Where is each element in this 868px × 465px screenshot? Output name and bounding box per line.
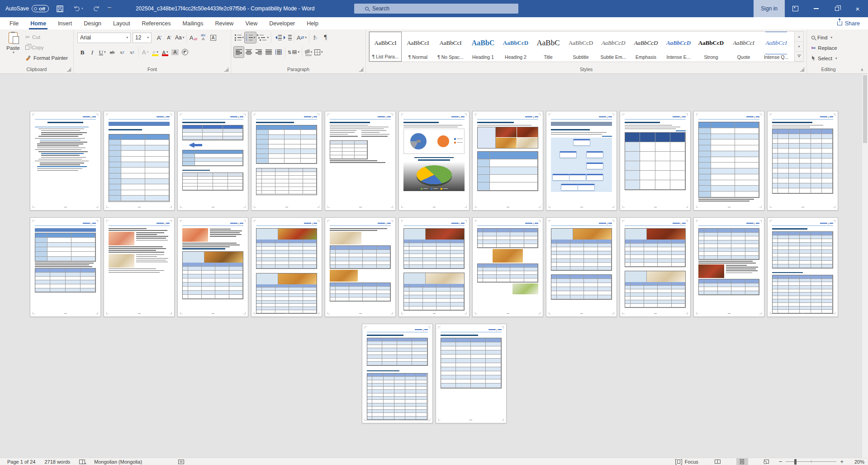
cut-button[interactable]: ✂Cut [25,33,68,41]
decrease-indent-button[interactable] [273,32,283,43]
print-layout-button[interactable] [736,458,748,465]
copy-button[interactable]: Copy [25,43,68,52]
superscript-button[interactable]: x2 [127,47,137,58]
tab-review[interactable]: Review [209,17,239,29]
focus-label[interactable]: Focus [685,459,698,465]
read-mode-button[interactable] [712,458,724,465]
subscript-button[interactable]: x2 [117,47,127,58]
save-button[interactable] [53,2,67,15]
align-right-button[interactable] [254,47,264,58]
scrollbar-thumb[interactable] [863,75,867,143]
zoom-out-button[interactable]: − [779,459,783,465]
select-button[interactable]: Select▾ [807,53,850,63]
tab-design[interactable]: Design [78,17,107,29]
page-thumbnail-4[interactable] [251,111,322,211]
style-item-no-spac[interactable]: AaBbCcI¶ No Spac... [434,32,467,62]
styles-scroll-up-button[interactable]: ▴ [795,32,803,42]
page-thumbnail-1[interactable] [30,111,101,211]
enclose-characters-button[interactable] [180,47,190,58]
find-button[interactable]: Find▾ [807,33,850,42]
minimize-button[interactable] [806,0,826,17]
underline-button[interactable]: U▾ [97,47,107,58]
zoom-slider-thumb[interactable] [794,459,797,465]
zoom-percentage[interactable]: 20% [850,459,864,465]
page-thumbnail-7[interactable] [472,111,543,211]
search-input[interactable] [372,5,499,12]
phonetic-guide-button[interactable]: abcA [198,32,208,43]
autosave-toggle[interactable]: AutoSave Off [5,5,49,12]
grow-font-button[interactable]: Aˆ [154,32,164,43]
web-layout-button[interactable] [761,458,773,465]
style-item-list-para[interactable]: AaBbCcI¶ List Para... [369,32,402,62]
document-area[interactable] [0,74,868,458]
page-thumbnail-3[interactable] [177,111,248,211]
paragraph-dialog-launcher[interactable] [359,67,363,72]
search-box[interactable] [354,4,518,14]
style-item-subtle-em[interactable]: AaBbCcDSubtle Em... [597,32,630,62]
page-thumbnail-24[interactable] [436,324,507,423]
style-item-intense-e[interactable]: AaBbCcDIntense E... [662,32,695,62]
tab-layout[interactable]: Layout [107,17,136,29]
display-settings-icon[interactable] [178,460,184,464]
tab-help[interactable]: Help [301,17,324,29]
change-case-button[interactable]: Aa▾ [174,32,185,43]
style-item-title[interactable]: AaBbCTitle [532,32,564,62]
page-thumbnail-20[interactable] [620,217,691,317]
tab-insert[interactable]: Insert [52,17,78,29]
page-thumbnail-11[interactable] [767,111,838,211]
page-thumbnail-17[interactable] [398,217,470,317]
clear-formatting-button[interactable]: A [188,32,198,43]
collapse-ribbon-button[interactable]: ∧ [860,67,863,72]
redo-button[interactable] [90,2,103,15]
shading-button[interactable]: ▾ [304,47,313,58]
replace-button[interactable]: bcReplace [807,43,850,53]
restore-button[interactable] [826,0,847,17]
page-thumbnail-15[interactable] [251,217,322,317]
page-thumbnail-21[interactable] [693,217,764,317]
page-thumbnail-2[interactable] [104,111,175,211]
ribbon-display-options-button[interactable] [785,0,806,17]
style-item-intense-q[interactable]: AaBbCcIIntense Q... [760,32,792,62]
page-thumbnail-23[interactable] [362,324,433,423]
borders-button[interactable]: ▾ [313,47,324,58]
character-shading-button[interactable]: A [170,47,180,58]
page-thumbnail-22[interactable] [767,217,838,317]
character-border-button[interactable]: A [208,32,218,43]
style-item-subtitle[interactable]: AaBbCcDSubtitle [564,32,597,62]
proofing-errors-icon[interactable] [79,460,85,464]
styles-dialog-launcher[interactable] [800,67,804,72]
distribute-button[interactable] [274,47,284,58]
sign-in-button[interactable]: Sign in [754,0,785,17]
styles-gallery-more-button[interactable]: ▾ [795,52,803,62]
font-name-combo[interactable]: Arial▾ [77,33,131,43]
text-highlight-button[interactable]: ▾ [150,47,160,58]
tab-references[interactable]: References [136,17,177,29]
format-painter-button[interactable]: Format Painter [25,54,68,62]
shrink-font-button[interactable]: Aˇ [164,32,174,43]
tab-view[interactable]: View [239,17,263,29]
page-indicator[interactable]: Page 1 of 24 [7,459,35,465]
italic-button[interactable]: I [87,47,97,58]
style-item-heading-1[interactable]: AaBbCHeading 1 [467,32,499,62]
text-effects-button[interactable]: A▾ [140,47,150,58]
asian-layout-button[interactable]: A⇄▾ [296,32,308,43]
page-thumbnail-5[interactable] [325,111,396,211]
share-button[interactable]: Share [837,17,860,29]
tab-file[interactable]: File [4,17,24,29]
page-thumbnail-6[interactable] [398,111,470,211]
show-formatting-marks-button[interactable]: ¶ [321,32,331,43]
undo-button[interactable]: ▾ [71,2,85,15]
close-button[interactable]: × [847,0,868,17]
style-item-normal[interactable]: AaBbCcI¶ Normal [402,32,434,62]
paste-button[interactable]: Paste ▾ [3,32,24,65]
zoom-in-button[interactable]: + [840,459,844,465]
style-item-emphasis[interactable]: AaBbCcDEmphasis [630,32,662,62]
page-thumbnail-13[interactable] [104,217,175,317]
tab-mailings[interactable]: Mailings [177,17,209,29]
font-dialog-launcher[interactable] [224,67,228,72]
justify-button[interactable] [264,47,274,58]
bold-button[interactable]: B [77,47,87,58]
multilevel-list-button[interactable]: ▾ [256,32,270,43]
zoom-slider[interactable]: − + [779,459,844,465]
page-thumbnail-19[interactable] [546,217,617,317]
